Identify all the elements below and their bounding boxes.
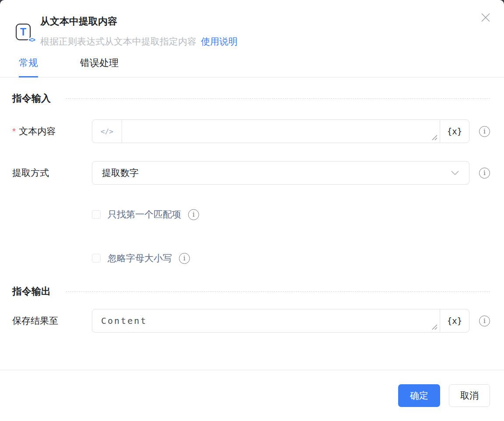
- field-row-extract-method: 提取方式 提取数字 i: [12, 161, 490, 185]
- ignore-case-info-icon[interactable]: i: [179, 253, 190, 264]
- resize-handle-icon[interactable]: [432, 135, 438, 140]
- extract-method-info-icon[interactable]: i: [479, 168, 490, 179]
- ignore-case-label[interactable]: 忽略字母大小写: [108, 252, 172, 264]
- required-asterisk: *: [12, 126, 16, 136]
- section-instruction-input: 指令输入: [12, 92, 490, 105]
- icon-letter: T: [20, 27, 26, 37]
- save-to-value: Content: [101, 316, 147, 326]
- dialog-title: 从文本中提取内容: [40, 13, 238, 26]
- resize-handle-icon[interactable]: [432, 324, 438, 330]
- section-instruction-output: 指令输出: [12, 285, 490, 298]
- field-row-save-to: 保存结果至 Content {x} i: [12, 309, 490, 333]
- dialog-footer: 确定 取消: [0, 370, 504, 421]
- cancel-button[interactable]: 取消: [449, 384, 490, 407]
- close-icon: [480, 12, 491, 23]
- fx-icon: {x}: [447, 126, 462, 136]
- variable-picker-button[interactable]: {x}: [440, 120, 469, 143]
- first-match-label[interactable]: 只找第一个匹配项: [108, 208, 181, 221]
- header-text: 从文本中提取内容 根据正则表达式从文本中提取指定内容使用说明: [40, 13, 238, 46]
- field-row-text-content: *文本内容 </> {x} i: [12, 119, 490, 143]
- code-icon: </>: [101, 127, 113, 136]
- tab-general[interactable]: 常规: [19, 57, 38, 77]
- first-match-info-icon[interactable]: i: [188, 209, 199, 220]
- extract-method-select[interactable]: 提取数字: [92, 161, 469, 185]
- text-content-info-icon[interactable]: i: [479, 126, 490, 137]
- ignore-case-checkbox[interactable]: [92, 254, 101, 263]
- checkbox-row-ignore-case: 忽略字母大小写 i: [92, 252, 490, 264]
- subtitle-text: 根据正则表达式从文本中提取指定内容: [40, 36, 196, 46]
- variable-picker-button[interactable]: {x}: [440, 309, 469, 332]
- text-content-textarea[interactable]: [122, 120, 440, 143]
- dialog-subtitle: 根据正则表达式从文本中提取指定内容使用说明: [40, 37, 238, 46]
- first-match-checkbox[interactable]: [92, 210, 101, 219]
- chevron-down-icon: [451, 170, 459, 175]
- close-button[interactable]: [480, 11, 492, 24]
- dotted-divider: [66, 98, 490, 99]
- dotted-divider: [66, 291, 490, 292]
- fx-icon: {x}: [447, 316, 462, 326]
- confirm-button[interactable]: 确定: [398, 384, 440, 407]
- tab-error-handling[interactable]: 错误处理: [80, 57, 119, 77]
- section-title: 指令输出: [12, 285, 51, 298]
- save-to-label: 保存结果至: [12, 315, 92, 327]
- save-to-info-icon[interactable]: i: [479, 316, 490, 326]
- extract-method-value: 提取数字: [102, 167, 139, 179]
- usage-help-link[interactable]: 使用说明: [201, 36, 238, 46]
- section-title: 指令输入: [12, 92, 51, 105]
- code-brackets-icon: <>: [28, 36, 35, 43]
- extract-method-label: 提取方式: [12, 167, 92, 179]
- save-to-input[interactable]: Content: [92, 309, 440, 332]
- save-to-input-group: Content {x}: [92, 309, 469, 333]
- checkbox-row-first-match: 只找第一个匹配项 i: [92, 208, 490, 221]
- dialog-body: 指令输入 *文本内容 </> {x} i 提取方式: [0, 92, 504, 333]
- tab-bar: 常规 错误处理: [0, 57, 504, 77]
- extract-text-dialog: T <> 从文本中提取内容 根据正则表达式从文本中提取指定内容使用说明 常规 错…: [0, 0, 504, 421]
- text-content-input-group: </> {x}: [92, 119, 469, 143]
- instruction-text-extract-icon: T <>: [16, 24, 31, 40]
- text-content-label: *文本内容: [12, 125, 92, 137]
- dialog-header: T <> 从文本中提取内容 根据正则表达式从文本中提取指定内容使用说明: [0, 0, 504, 46]
- code-mode-button[interactable]: </>: [92, 120, 122, 143]
